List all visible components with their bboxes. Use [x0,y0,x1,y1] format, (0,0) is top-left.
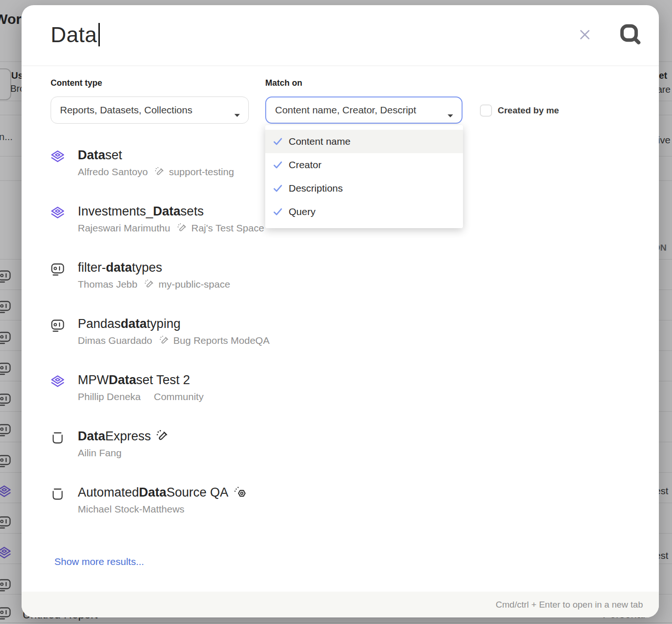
search-input[interactable]: Data [51,17,537,52]
report-icon [51,319,65,333]
created-by-me-checkbox[interactable] [480,104,492,117]
result-title: MPW Dataset Test 2 [78,371,203,389]
result-meta: Rajeswari Marimuthu Raj's Test Space [78,223,264,234]
result-space: support-testing [169,166,234,178]
search-result-row[interactable]: MPW Dataset Test 2 Phillip Deneka Commun… [22,371,659,427]
search-result-row[interactable]: Pandas data typing Dimas Guardado Bug Re… [22,315,659,371]
search-query-text: Data [51,22,97,47]
result-space: Raj's Test Space [191,223,264,234]
text-cursor [98,23,100,46]
menu-item-descriptions[interactable]: Descriptions [265,177,463,200]
result-title: Dataset [78,146,234,164]
collection-icon [51,487,65,501]
dataset-icon [51,206,65,220]
definition-gear-icon [233,485,247,499]
checkmark-icon [273,136,283,147]
menu-item-query[interactable]: Query [265,200,463,223]
show-more-results-link[interactable]: Show more results... [54,556,144,567]
modal-footer: Cmd/ctrl + Enter to open in a new tab [22,592,659,617]
result-meta: Phillip Deneka Community [78,391,203,402]
keyboard-hint: Cmd/ctrl + Enter to open in a new tab [496,600,643,610]
search-modal: Data Content type Reports, Datasets, Col… [22,5,659,617]
match-on-menu: Content name Creator Descriptions Query [265,125,463,228]
search-result-row[interactable]: Data Express Ailin Fang [22,427,659,483]
result-meta: Thomas Jebb my-public-space [78,279,230,290]
result-title: Investments_Datasets [78,202,264,220]
result-creator: Rajeswari Marimuthu [78,223,170,234]
result-title: Pandas data typing [78,315,269,333]
space-icon [156,429,170,443]
search-result-row[interactable]: Automated Data Source QA Michael Stock-M… [22,483,659,540]
content-type-label: Content type [51,78,102,88]
space-icon [159,335,170,346]
result-creator: Dimas Guardado [78,335,152,346]
content-type-value: Reports, Datasets, Collections [60,104,192,116]
space-icon [154,166,165,178]
menu-item-content-name[interactable]: Content name [265,130,463,153]
result-creator: Alfredo Santoyo [78,166,148,178]
result-meta: Michael Stock-Matthews [78,504,247,515]
result-title: Data Express [78,427,170,445]
search-icon[interactable] [619,22,642,46]
chevron-down-icon [234,109,240,113]
header-divider [22,66,659,66]
result-title: filter-datatypes [78,259,230,276]
result-meta: Dimas Guardado Bug Reports ModeQA [78,335,269,346]
checkmark-icon [273,207,283,217]
match-on-label: Match on [265,78,302,88]
result-space: Bug Reports ModeQA [173,335,269,346]
checkmark-icon [273,160,283,170]
collection-icon [51,431,65,445]
match-on-value: Content name, Creator, Descript [275,104,416,116]
report-icon [51,262,65,276]
close-icon[interactable] [578,28,591,41]
dataset-icon [51,150,65,164]
created-by-me-label: Created by me [498,105,559,116]
menu-item-creator[interactable]: Creator [265,153,463,177]
space-icon [177,223,188,234]
result-creator: Michael Stock-Matthews [78,504,185,515]
result-creator: Thomas Jebb [78,279,137,290]
result-creator: Ailin Fang [78,447,121,459]
result-space: Community [154,391,203,402]
result-meta: Alfredo Santoyo support-testing [78,166,234,178]
dataset-icon [51,375,65,389]
content-type-select[interactable]: Reports, Datasets, Collections [51,97,249,124]
match-on-select[interactable]: Content name, Creator, Descript [265,97,463,124]
result-creator: Phillip Deneka [78,391,141,402]
space-icon [144,279,155,290]
search-result-row[interactable]: filter-datatypes Thomas Jebb my-public-s… [22,259,659,315]
result-space: my-public-space [158,279,230,290]
result-title: Automated Data Source QA [78,483,247,501]
chevron-down-icon [447,109,454,113]
result-meta: Ailin Fang [78,447,170,459]
checkmark-icon [273,183,283,193]
